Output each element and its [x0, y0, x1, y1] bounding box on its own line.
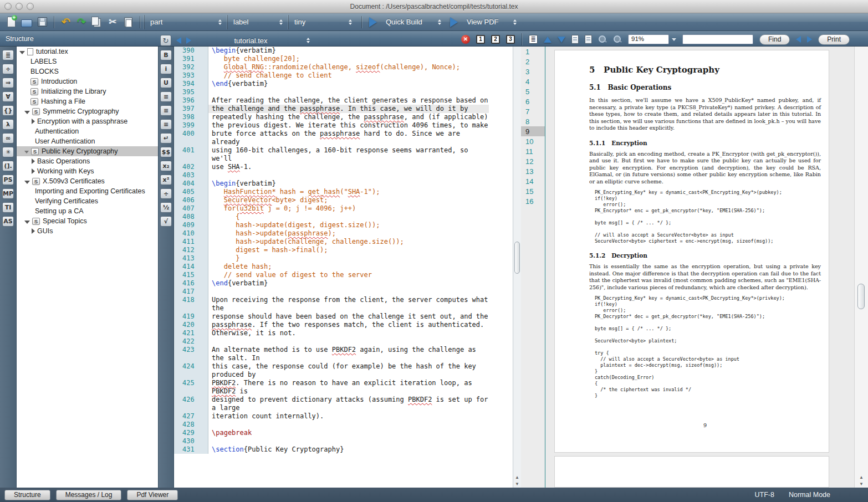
- editor-line-text[interactable]: {: [208, 213, 489, 221]
- find-button[interactable]: Find: [759, 34, 790, 45]
- underline-icon[interactable]: U: [160, 78, 172, 88]
- newline-icon[interactable]: ↵: [160, 133, 172, 144]
- expand-icon[interactable]: [32, 168, 35, 174]
- editor-line-text[interactable]: PBKDF2. There is no reason to have an ex…: [208, 379, 489, 396]
- cut-button[interactable]: ✂: [105, 15, 120, 29]
- pdf-scrollbar-thumb[interactable]: [857, 284, 865, 309]
- editor-line-text[interactable]: for(u32bit j = 0; j != 4096; j++): [208, 204, 489, 213]
- paste-button[interactable]: [120, 15, 136, 29]
- editor-line-text[interactable]: [208, 337, 489, 346]
- editor-line[interactable]: 417: [174, 288, 521, 296]
- editor-line[interactable]: 405 HashFunction* hash = get_hash("SHA-1…: [174, 188, 521, 196]
- pdf-page-number[interactable]: 1: [521, 47, 545, 57]
- editor-line[interactable]: 391 byte challenge[20];: [174, 55, 521, 63]
- superscript-icon[interactable]: x²: [160, 175, 172, 185]
- editor-line[interactable]: 430: [174, 437, 521, 445]
- scroll-down-icon[interactable]: ▼: [515, 481, 519, 486]
- scroll-up-icon[interactable]: ▲: [515, 475, 519, 480]
- pdf-page-number[interactable]: 2: [521, 57, 545, 66]
- copy-button[interactable]: [89, 15, 105, 29]
- zoom-in-icon[interactable]: [613, 35, 622, 44]
- collapse-icon[interactable]: [24, 181, 30, 184]
- zoom-level-input[interactable]: 91%: [628, 34, 669, 44]
- first-page-icon[interactable]: [571, 35, 579, 44]
- editor-line-text[interactable]: An alternate method is to use PBKDF2 aga…: [208, 346, 489, 362]
- pdf-page-number[interactable]: 15: [521, 186, 545, 196]
- pdf-page-number[interactable]: 4: [521, 76, 545, 86]
- pdf-structure-icon[interactable]: ≣: [529, 35, 538, 44]
- editor-line[interactable]: 420passphrase. If the two responses matc…: [174, 321, 521, 329]
- forall-symbol-icon[interactable]: ∀: [2, 91, 14, 102]
- editor-line[interactable]: 398repeatedly hashing the challenge, the…: [174, 113, 521, 121]
- editor-line-text[interactable]: passphrase. If the two responses match, …: [208, 321, 489, 329]
- asymptote-tab-icon[interactable]: AS: [2, 216, 14, 227]
- status-tab-pdf-viewer[interactable]: Pdf Viewer: [127, 490, 178, 500]
- pdf-page-number[interactable]: 3: [521, 66, 545, 76]
- lambda-symbol-icon[interactable]: λ: [2, 119, 14, 130]
- pdf-page-number[interactable]: 16: [521, 196, 545, 206]
- open-file-button[interactable]: [19, 15, 34, 29]
- align-left-icon[interactable]: ≡: [160, 91, 172, 102]
- editor-line-text[interactable]: \end{verbatim}: [208, 279, 489, 288]
- sectioning-dropdown[interactable]: part: [144, 15, 227, 29]
- align-center-icon[interactable]: ≡: [160, 105, 172, 116]
- editor-line[interactable]: 422: [174, 337, 521, 346]
- editor-scrollbar-thumb[interactable]: [514, 242, 520, 274]
- editor-line-text[interactable]: HashFunction* hash = get_hash("SHA-1");: [208, 188, 489, 196]
- expand-icon[interactable]: [32, 119, 35, 124]
- structure-list-icon[interactable]: ≣: [2, 50, 14, 60]
- editor-line-text[interactable]: [208, 88, 489, 96]
- structure-item[interactable]: GUIs: [17, 226, 158, 236]
- status-tab-messages-log[interactable]: Messages / Log: [56, 490, 122, 500]
- editor-line-text[interactable]: \begin{verbatim}: [208, 180, 489, 188]
- editor-line[interactable]: 426designed to prevent dictionary attack…: [174, 396, 521, 412]
- editor-line-text[interactable]: Global_RNG::randomize(challenge, sizeof(…: [208, 63, 489, 71]
- last-page-icon[interactable]: [585, 35, 592, 44]
- editor-line[interactable]: 415 // send value of digest to the serve…: [174, 271, 521, 279]
- pdf-page-number[interactable]: 13: [521, 166, 545, 176]
- pdf-page-number[interactable]: 10: [521, 136, 545, 146]
- editor-scrollbar[interactable]: ▲ ▼: [513, 47, 521, 488]
- editor-line-text[interactable]: response should have been based on the c…: [208, 313, 489, 321]
- collapse-icon[interactable]: [24, 151, 29, 153]
- editor-line[interactable]: 390\begin{verbatim}: [174, 47, 521, 55]
- editor-line-text[interactable]: After reading the challenge, the client …: [208, 96, 489, 105]
- zoom-out-icon[interactable]: [598, 35, 607, 44]
- editor-line-text[interactable]: [208, 437, 489, 445]
- editor-line-text[interactable]: using 160-bit challenges, a 160-bit resp…: [208, 146, 489, 163]
- editor-line[interactable]: 418Upon receiving the response from the …: [174, 296, 521, 313]
- print-button[interactable]: Print: [818, 34, 850, 45]
- editor-line-text[interactable]: // send value of digest to the server: [208, 271, 489, 279]
- editor-line-text[interactable]: byte challenge[20];: [208, 55, 489, 63]
- editor-line[interactable]: 400brute force attacks on the passphrase…: [174, 130, 521, 146]
- editor-line[interactable]: 404\begin{verbatim}: [174, 180, 521, 188]
- find-previous-icon[interactable]: [796, 36, 801, 43]
- scroll-down-icon[interactable]: ▼: [859, 481, 864, 486]
- structure-item[interactable]: SX.509v3 Certificates: [17, 176, 158, 186]
- editor-line[interactable]: 407 for(u32bit j = 0; j != 4096; j++): [174, 204, 521, 213]
- editor-line-text[interactable]: repeatedly hashing the challenge, the pa…: [208, 113, 489, 121]
- align-right-icon[interactable]: ≡: [160, 119, 172, 130]
- editor-line[interactable]: 410 hash->update(passphrase);: [174, 229, 521, 238]
- single-page-layout-button[interactable]: 1: [476, 35, 485, 44]
- structure-item[interactable]: SIntroduction: [17, 76, 158, 86]
- infinity-symbol-icon[interactable]: ∞: [2, 133, 14, 144]
- next-document-icon[interactable]: [186, 37, 191, 44]
- editor-line[interactable]: 429\pagebreak: [174, 429, 521, 437]
- editor-line-text[interactable]: iteration count internally).: [208, 412, 489, 421]
- math-mode-icon[interactable]: $$: [160, 147, 172, 157]
- editor-line-text[interactable]: Otherwise, it is not.: [208, 329, 489, 337]
- pdf-page-number[interactable]: 8: [521, 116, 545, 126]
- run-quick-build-icon[interactable]: [369, 17, 377, 27]
- postscript-tab-icon[interactable]: PS: [2, 175, 14, 185]
- editor-line[interactable]: 423An alternate method is to use PBKDF2 …: [174, 346, 521, 362]
- find-next-icon[interactable]: [807, 36, 812, 43]
- title-bar[interactable]: Document : /Users/pascalbrachet/compil/t…: [0, 0, 868, 13]
- reference-dropdown[interactable]: label: [227, 15, 288, 29]
- structure-item[interactable]: SInitializing the Library: [17, 86, 158, 96]
- structure-item[interactable]: SHashing a File: [17, 96, 158, 106]
- editor-line-text[interactable]: \pagebreak: [208, 429, 489, 437]
- editor-line[interactable]: 399the previous digest. We iterate this …: [174, 121, 521, 130]
- editor-line-text[interactable]: [208, 171, 489, 180]
- editor-line[interactable]: 421Otherwise, it is not.: [174, 329, 521, 337]
